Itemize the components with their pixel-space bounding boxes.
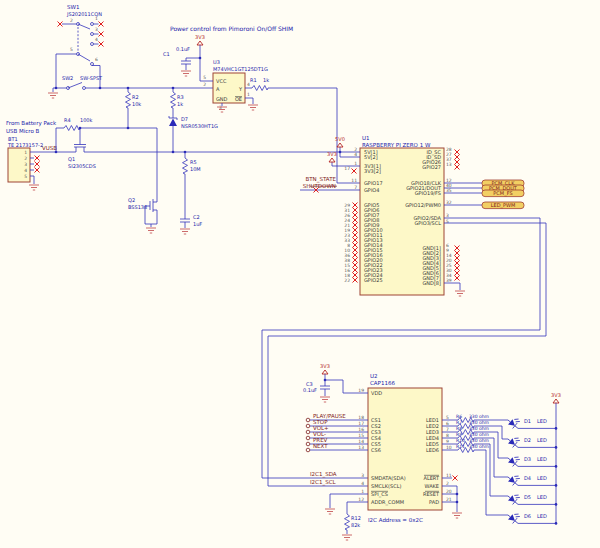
ground-icon — [181, 71, 191, 76]
net-btn-state: BTN_STATE — [305, 176, 336, 183]
u1-pin-name: GPIO19/FS — [415, 190, 441, 196]
u2-pin-name: LED6 — [426, 447, 439, 453]
pullup-r2: R2 10k — [126, 88, 142, 128]
bt1-pin2: 2 — [24, 156, 27, 161]
ground-icon — [342, 535, 352, 540]
pwr-5v0-label: 5V0 — [335, 136, 345, 142]
u2-pin-num: 18 — [358, 415, 364, 420]
u2-pin-num: 2 — [446, 481, 449, 486]
u1-pin-name: GPIO4 — [364, 187, 379, 193]
u1-right-nc-pins: 28 ID_SC 27 ID_SD 37 GPIO26 13 GPIO27 — [422, 147, 459, 170]
power-button-rail: SW2 SW-SPST — [48, 75, 213, 98]
u3-pn-vcc: 5 — [203, 75, 206, 80]
nc-x-icon — [353, 238, 358, 243]
nc-x-icon — [58, 22, 63, 27]
q1-ref: Q1 — [68, 156, 75, 162]
q2-ref: Q2 — [128, 197, 135, 203]
u1-pin-name: GPIO27 — [422, 164, 441, 170]
regulator-supply-c1: 3V3 C1 0.1uF — [163, 34, 205, 76]
led-resistor-ref: R8 — [456, 426, 462, 431]
u2-pin-num: 3 — [361, 473, 364, 478]
u3-pn-oe: 1 — [247, 92, 250, 97]
led-row: D5 LED — [506, 490, 558, 507]
nc-x-icon — [353, 218, 358, 223]
u2-pin-num: 12 — [358, 497, 364, 502]
sw1-pin5: 5 — [70, 47, 73, 52]
r4-value: 100k — [80, 117, 93, 123]
u2-pin-num: 16 — [358, 427, 364, 432]
power-flag-icon — [553, 399, 559, 403]
u2-pin-num: 17 — [358, 421, 364, 426]
u3-pin-oe: OE — [235, 96, 242, 102]
net-i2c-scl: I2C1_SCL — [310, 479, 337, 486]
u1-pin-num: 7 — [354, 185, 357, 190]
led-resistor-ref: R11 — [456, 444, 465, 449]
nc-x-icon — [353, 268, 358, 273]
u1-pin-num: 35 — [446, 188, 452, 193]
nc-x-icon — [455, 256, 460, 261]
led-ref: D3 — [524, 456, 531, 462]
u3-pin-gnd: GND — [216, 96, 228, 102]
led-row: D4 LED — [506, 471, 558, 488]
u2-pin-name: WAKE — [424, 483, 439, 489]
led-resistor-value: 330 ohm — [469, 414, 489, 419]
connector-pin-icon — [306, 424, 310, 428]
nc-x-icon — [353, 203, 358, 208]
sw1-pin3: 3 — [95, 27, 98, 32]
nc-x-icon — [455, 276, 460, 281]
u1-pin-name: GPIO17 — [364, 180, 383, 186]
ground-icon — [452, 513, 462, 518]
u3-pn-a: 2 — [203, 82, 206, 87]
net-i2c-sda: I2C1_SDA — [310, 471, 337, 478]
power-flag-icon — [337, 143, 343, 147]
u1-pcm-pins: GPIO18/CLK 12 PCM_CLK GPIO21/DOUT 40 PCM… — [406, 178, 524, 198]
sw1-pin1: 1 — [95, 16, 98, 21]
power-flag-icon — [197, 41, 203, 45]
nc-x-icon — [353, 263, 358, 268]
r1-value: 1k — [263, 77, 269, 83]
led-resistor-ref: R6 — [456, 414, 462, 419]
u2-pin-name: ADDR_COMM — [371, 499, 404, 506]
u1-pin-name: GPIO3/SCL — [414, 220, 441, 226]
u2-pin-num: 9 — [446, 439, 449, 444]
u2-pin-name: SPI_CS — [371, 491, 388, 498]
led-resistor-ref: R9 — [456, 432, 462, 437]
u1-name: RASPBERRY PI ZERO 1 W — [362, 142, 431, 148]
sw2-part: SW-SPST — [80, 75, 103, 81]
u2-pin-num: 5 — [446, 415, 449, 420]
r5-ref: R5 — [190, 159, 197, 165]
ground-icon — [146, 228, 156, 233]
u2-pin-name: RESET — [423, 491, 440, 497]
led-row: D1 LED — [506, 414, 558, 431]
r2-value: 10k — [132, 101, 141, 107]
power-flag-icon — [329, 158, 335, 162]
q1-part: SI2305CDS — [68, 163, 96, 169]
u2-pin-num: 10 — [446, 445, 452, 450]
u2-pin-num: 15 — [358, 433, 364, 438]
u2-pin-num: 14 — [358, 439, 364, 444]
u2-pin-num: 1 — [361, 489, 364, 494]
led-ref: D6 — [524, 513, 531, 519]
bt1-note1: From Battery Pack — [6, 120, 57, 127]
u1-pin-num: 3 — [446, 213, 449, 218]
net-flag-label: LED_PWM — [491, 202, 516, 209]
nc-x-icon — [455, 266, 460, 271]
u2-pin-num: 13 — [358, 445, 364, 450]
bt1-pin1: 1 — [24, 150, 27, 155]
led-ref: D2 — [524, 437, 531, 443]
nc-x-icon — [455, 261, 460, 266]
u1-left-nc-pins: 29 GPIO5 31 GPIO6 26 GPIO7 24 GPIO8 21 G… — [344, 202, 382, 283]
u1-pin-num: 13 — [446, 162, 452, 167]
schematic-page: Power control from Pimoroni On/Off SHIM … — [0, 0, 600, 548]
r4-ref: R4 — [64, 117, 71, 123]
nc-x-icon — [353, 243, 358, 248]
u1-gnd-pins: 6 GND[1] 9 GND[2] 14 GND[3] 20 GND[4] 25… — [422, 243, 459, 281]
latch-r3-d7: R3 1k D7 NSR0530HT1G — [169, 88, 218, 152]
connector-pin-icon — [306, 418, 310, 422]
c1-value: 0.1uF — [176, 46, 190, 52]
u2-pin-num: 19 — [358, 388, 364, 393]
battery-connector-bt1: From Battery Pack USB Micro B BT1 TE 217… — [6, 120, 57, 190]
u3-ref: U3 — [213, 59, 220, 65]
u1-pin-num: 22 — [344, 278, 350, 283]
nc-x-icon — [353, 273, 358, 278]
